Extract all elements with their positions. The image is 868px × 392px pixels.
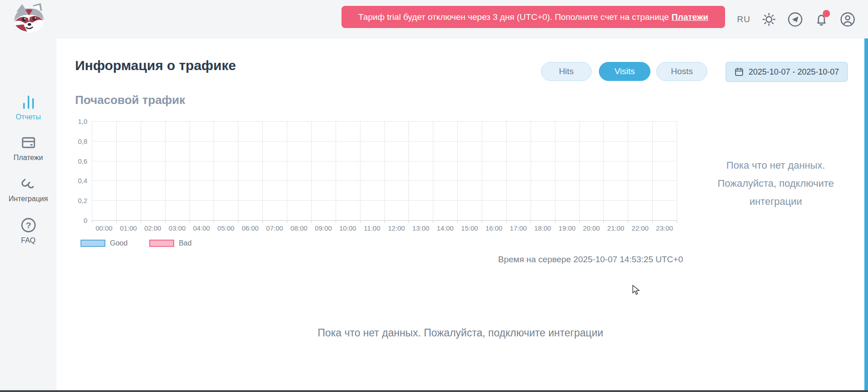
x-axis-tick — [433, 220, 433, 223]
visits-button[interactable]: Visits — [599, 62, 650, 81]
v-gridline — [677, 121, 677, 220]
v-gridline — [287, 121, 287, 220]
v-gridline — [190, 121, 190, 220]
x-axis-tick — [628, 220, 628, 223]
sidebar-item-payments[interactable]: Платежи — [0, 134, 57, 162]
x-axis-tick — [287, 220, 287, 223]
y-axis-label: 0,4 — [78, 177, 87, 184]
v-gridline — [116, 121, 117, 220]
window-bottom-border — [0, 390, 868, 392]
sidebar: Отчеты Платежи Интеграция ? FAQ — [0, 38, 57, 392]
page-title: Информация о трафике — [75, 58, 236, 73]
x-axis-label: 18:00 — [534, 224, 551, 232]
x-axis-tick — [262, 220, 263, 223]
x-axis-tick — [506, 220, 507, 223]
x-axis-tick — [238, 220, 238, 223]
v-gridline — [238, 121, 238, 220]
x-axis-label: 03:00 — [169, 224, 186, 232]
calendar-icon — [734, 67, 744, 77]
sidebar-item-faq[interactable]: ? FAQ — [0, 217, 57, 245]
plot-area: 1,00,80,60,40,2000:0001:0002:0003:0004:0… — [92, 121, 677, 220]
x-axis-tick — [116, 220, 117, 223]
sidebar-item-reports[interactable]: Отчеты — [0, 94, 57, 121]
v-gridline — [457, 121, 458, 220]
top-header: Тариф trial будет отключен через 3 дня (… — [0, 0, 868, 38]
x-axis-label: 16:00 — [485, 224, 503, 232]
sidebar-item-label: FAQ — [21, 236, 35, 245]
x-axis-tick — [555, 220, 555, 223]
raccoon-logo[interactable] — [7, 2, 51, 33]
v-gridline — [311, 121, 312, 220]
v-gridline — [628, 121, 628, 220]
sidebar-item-label: Платежи — [14, 154, 43, 162]
sidebar-item-label: Интеграция — [9, 195, 48, 203]
v-gridline — [262, 121, 263, 220]
y-axis-label: 1,0 — [78, 118, 87, 125]
x-axis-tick — [579, 220, 580, 223]
x-axis-label: 19:00 — [559, 224, 576, 232]
x-axis-tick — [457, 220, 458, 223]
bell-icon[interactable] — [814, 12, 829, 27]
x-axis-label: 07:00 — [266, 224, 283, 232]
x-axis-tick — [336, 220, 336, 223]
x-axis-label: 09:00 — [315, 224, 332, 232]
v-gridline — [506, 121, 507, 220]
legend-swatch-bad — [149, 240, 174, 247]
legend-label-good: Good — [110, 239, 128, 247]
x-axis-tick — [482, 220, 482, 223]
x-axis-tick — [213, 220, 214, 223]
x-axis-label: 23:00 — [656, 224, 673, 232]
x-axis-label: 06:00 — [242, 224, 259, 232]
x-axis-tick — [652, 220, 653, 223]
v-gridline — [652, 121, 653, 220]
telegram-icon[interactable] — [787, 12, 803, 27]
sidebar-item-integration[interactable]: Интеграция — [0, 175, 57, 203]
x-axis-label: 12:00 — [388, 224, 405, 232]
link-icon — [20, 175, 37, 192]
v-gridline — [165, 121, 166, 220]
hosts-button[interactable]: Hosts — [656, 62, 707, 81]
v-gridline — [141, 121, 141, 220]
profile-icon[interactable] — [840, 12, 855, 27]
x-axis-tick — [190, 220, 190, 223]
x-axis-tick — [141, 220, 141, 223]
x-axis-tick — [92, 220, 92, 223]
x-axis-tick — [311, 220, 312, 223]
v-gridline — [555, 121, 555, 220]
sun-icon[interactable] — [761, 12, 777, 27]
no-data-bottom-note: Пока что нет данных. Пожалуйста, подключ… — [57, 327, 864, 339]
x-axis-label: 05:00 — [218, 224, 235, 232]
x-axis-tick — [165, 220, 166, 223]
v-gridline — [531, 121, 531, 220]
x-axis-label: 00:00 — [95, 224, 113, 232]
svg-text:?: ? — [26, 221, 31, 230]
y-axis-label: 0,6 — [78, 157, 87, 165]
language-selector[interactable]: RU — [737, 14, 750, 24]
x-axis-tick — [531, 220, 531, 223]
x-axis-label: 20:00 — [583, 224, 600, 232]
legend-label-bad: Bad — [179, 239, 191, 247]
y-axis-label: 0 — [84, 217, 87, 224]
v-gridline — [433, 121, 433, 220]
payments-link[interactable]: Платежи — [672, 12, 708, 22]
v-gridline — [482, 121, 482, 220]
vertical-scrollbar[interactable] — [864, 38, 868, 392]
banner-text: Тариф trial будет отключен через 3 дня (… — [358, 12, 669, 22]
x-axis-tick — [384, 220, 385, 223]
sidebar-item-label: Отчеты — [16, 113, 41, 121]
v-gridline — [579, 121, 580, 220]
x-axis-label: 14:00 — [436, 224, 454, 232]
x-axis-tick — [360, 220, 360, 223]
credit-card-icon — [20, 134, 37, 151]
x-axis-label: 21:00 — [607, 224, 625, 232]
v-gridline — [603, 121, 604, 220]
v-gridline — [92, 121, 92, 220]
hits-button[interactable]: Hits — [541, 62, 592, 81]
server-time: Время на сервере 2025-10-07 14:53:25 UTC… — [452, 255, 683, 264]
date-range-value: 2025-10-07 - 2025-10-07 — [749, 67, 839, 77]
v-gridline — [336, 121, 336, 220]
v-gridline — [213, 121, 214, 220]
trial-warning-banner: Тариф trial будет отключен через 3 дня (… — [342, 6, 725, 28]
date-range-picker[interactable]: 2025-10-07 - 2025-10-07 — [726, 62, 848, 82]
no-data-side-note: Пока что нет данных. Пожалуйста, подключ… — [697, 156, 855, 211]
